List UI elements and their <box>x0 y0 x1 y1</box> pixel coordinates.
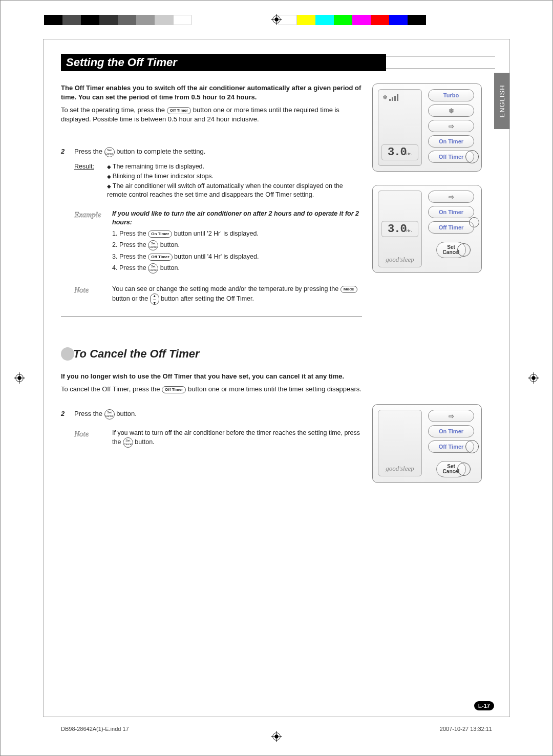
print-footer: DB98-28642A(1)-E.indd 17 2007-10-27 13:3… <box>61 726 492 732</box>
note-block: Note You can see or change the setting m… <box>74 285 362 305</box>
off-timer-button-icon: Off Timer <box>162 386 186 393</box>
remote-screen: good'sleep <box>378 410 422 476</box>
result-block: Result: The remaining time is displayed.… <box>74 162 362 200</box>
color-bar-gray <box>44 15 192 25</box>
on-timer-button: On Timer <box>428 206 474 218</box>
remote-illustration: 3.0Hr. good'sleep ⇨ On Timer Off Timer S… <box>372 185 482 273</box>
footer-timestamp: 2007-10-27 13:32:11 <box>440 726 492 732</box>
result-list: The remaining time is displayed. Blinkin… <box>107 162 362 200</box>
swing-button: ⇨ <box>428 191 474 203</box>
on-timer-button: On Timer <box>428 425 474 437</box>
example-lead: If you would like to turn the air condit… <box>112 209 362 227</box>
subsection-heading: To Cancel the Off Timer <box>61 346 362 362</box>
print-sheet: ENGLISH Setting the Off Timer The Off Ti… <box>0 0 553 756</box>
example-step: 4. Press the SetCancel button. <box>112 263 362 274</box>
step-number: 2 <box>61 147 68 305</box>
registration-mark-icon <box>271 731 282 742</box>
section-heading: Setting the Off Timer <box>61 54 495 71</box>
timer-readout: 3.0Hr. <box>381 144 418 160</box>
body-text: To set the operating time, press the Off… <box>61 106 362 123</box>
step-text: Press the SetCancel button to complete t… <box>74 147 362 157</box>
fan-icon: ❄ <box>382 94 388 101</box>
example-steps: 1. Press the On Timer button until '2 Hr… <box>112 229 362 274</box>
set-cancel-button-icon: SetCancel <box>104 147 115 157</box>
intro-text: The Off Timer enables you to switch off … <box>61 83 362 101</box>
result-item: Blinking of the timer indicator stops. <box>107 172 362 181</box>
note-text: You can see or change the setting mode a… <box>112 285 362 305</box>
language-tab: ENGLISH <box>494 73 509 129</box>
step-number: 2 <box>61 409 68 448</box>
temp-button-icon: ▲—▼ <box>150 293 159 305</box>
goodsleep-label: good'sleep <box>378 465 421 473</box>
on-timer-button: On Timer <box>428 135 474 148</box>
page-number-badge: E-17 <box>474 701 494 710</box>
off-timer-button-icon: Off Timer <box>148 254 172 261</box>
set-cancel-button: SetCancel <box>436 461 466 477</box>
body-text: To cancel the Off Timer, press the Off T… <box>61 385 362 394</box>
signal-bars-icon <box>389 94 398 101</box>
step-text: Press the SetCancel button. <box>74 409 362 419</box>
note-label: Note <box>74 285 103 305</box>
set-cancel-button-icon: SetCancel <box>104 409 115 419</box>
language-label: ENGLISH <box>498 85 506 117</box>
color-bar-cmyk <box>279 15 426 25</box>
remote-screen: ❄ 3.0Hr. <box>378 89 422 166</box>
heading-rule <box>386 56 495 69</box>
remote-illustration: good'sleep ⇨ On Timer Off Timer SetCance… <box>372 404 482 483</box>
set-cancel-button-icon: SetCancel <box>148 263 158 274</box>
example-step: 1. Press the On Timer button until '2 Hr… <box>112 229 362 238</box>
note-block: Note If you want to turn off the air con… <box>74 429 362 448</box>
callout-circle-icon <box>469 217 479 227</box>
result-label: Result: <box>74 162 98 200</box>
swing-button: ⇨ <box>428 410 474 422</box>
registration-mark-icon <box>271 14 282 25</box>
off-timer-button-icon: Off Timer <box>167 107 191 114</box>
example-step: 2. Press the SetCancel button. <box>112 240 362 250</box>
swing-button: ⇨ <box>428 120 474 132</box>
off-timer-button: Off Timer <box>428 440 474 453</box>
result-item: The remaining time is displayed. <box>107 162 362 171</box>
step-row: 2 Press the SetCancel button to complete… <box>61 147 362 305</box>
turbo-button: Turbo <box>428 89 474 101</box>
example-step: 3. Press the Off Timer button until '4 H… <box>112 253 362 261</box>
set-cancel-button: SetCancel <box>436 242 466 258</box>
footer-filename: DB98-28642A(1)-E.indd 17 <box>61 726 129 732</box>
on-timer-button-icon: On Timer <box>148 230 172 238</box>
example-block: Example If you would like to turn the ai… <box>74 209 362 276</box>
note-text: If you want to turn off the air conditio… <box>112 429 362 448</box>
result-item: The air conditioner will switch off auto… <box>107 182 362 199</box>
set-cancel-button-icon: SetCancel <box>148 240 158 250</box>
goodsleep-label: good'sleep <box>378 256 421 264</box>
set-cancel-button-icon: SetCancel <box>123 437 133 448</box>
remote-screen: 3.0Hr. good'sleep <box>378 191 422 267</box>
remote-illustration: ❄ 3.0Hr. Turbo ❄ ⇨ On Timer <box>372 83 482 172</box>
divider <box>61 316 362 317</box>
heading-dot-icon <box>61 347 74 361</box>
intro-text: If you no longer wish to use the Off Tim… <box>61 372 362 381</box>
step-row: 2 Press the SetCancel button. Note If yo… <box>61 409 362 448</box>
page-frame: ENGLISH Setting the Off Timer The Off Ti… <box>43 39 510 717</box>
registration-mark-icon <box>528 372 539 384</box>
mode-button-icon: Mode <box>341 286 357 293</box>
subheading-title: To Cancel the Off Timer <box>73 346 200 362</box>
off-timer-button: Off Timer <box>428 221 474 234</box>
registration-mark-icon <box>14 372 25 384</box>
example-label: Example <box>74 209 103 276</box>
timer-readout: 3.0Hr. <box>381 221 418 237</box>
off-timer-button: Off Timer <box>428 151 474 163</box>
cool-button: ❄ <box>428 104 474 117</box>
heading-title: Setting the Off Timer <box>61 54 386 71</box>
note-label: Note <box>74 429 103 448</box>
